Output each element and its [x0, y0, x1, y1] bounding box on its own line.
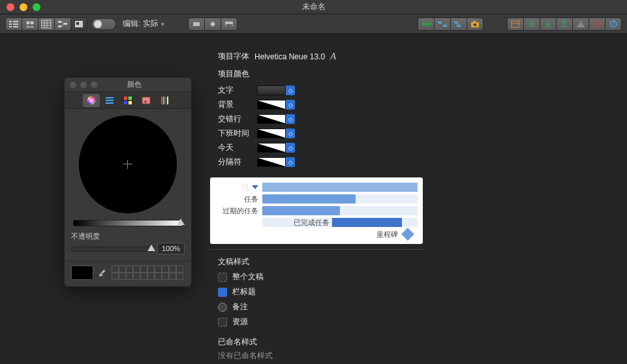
colorpicker-close-button[interactable]	[70, 82, 76, 88]
color-well[interactable]	[257, 114, 286, 124]
wheel-tab[interactable]	[83, 94, 100, 107]
edit-mode-dropdown[interactable]: 编辑: 实际	[123, 18, 164, 29]
color-wheel[interactable]	[79, 115, 177, 213]
color-stepper[interactable]: ◇	[286, 114, 295, 124]
inspector-button[interactable]: i	[605, 18, 622, 31]
swatch-grid[interactable]	[112, 265, 183, 280]
swatch-cell[interactable]	[162, 265, 169, 273]
catch-up-button[interactable]	[418, 18, 435, 31]
reschedule-button[interactable]	[434, 18, 451, 31]
no-named-styles-text: 没有已命名样式	[218, 350, 415, 361]
import-button[interactable]	[540, 18, 557, 31]
close-window-button[interactable]	[7, 3, 14, 11]
swatch-cell[interactable]	[176, 273, 183, 280]
view-options-button[interactable]	[523, 18, 540, 31]
view-network-button[interactable]	[54, 18, 71, 31]
opacity-slider[interactable]	[71, 247, 153, 252]
swatch-cell[interactable]	[147, 273, 155, 280]
swatch-cell[interactable]	[119, 265, 126, 273]
style-item-icon	[218, 303, 227, 312]
color-row-3: 下班时间◇	[218, 128, 415, 139]
color-stepper[interactable]: ◇	[286, 157, 295, 167]
document-styles-label: 文稿样式	[218, 256, 415, 267]
color-row-label: 交错行	[218, 114, 257, 125]
warnings-button[interactable]	[572, 18, 589, 31]
gantt-milestone-label: 里程碑	[376, 230, 398, 239]
swatch-cell[interactable]	[162, 273, 169, 280]
opacity-value[interactable]: 100%	[157, 243, 185, 254]
svg-rect-54	[142, 97, 150, 104]
snapshot-button[interactable]	[466, 18, 483, 31]
view-outline-button[interactable]	[5, 18, 22, 31]
font-picker-icon[interactable]: A	[330, 51, 336, 62]
color-row-label: 文字	[218, 85, 257, 96]
swatch-cell[interactable]	[140, 273, 147, 280]
svg-rect-21	[209, 21, 215, 26]
current-color-swatch[interactable]	[71, 265, 93, 280]
color-stepper[interactable]: ◇	[286, 100, 295, 110]
filter-button[interactable]	[507, 18, 524, 31]
style-item-icon	[218, 288, 227, 297]
swatch-cell[interactable]	[176, 265, 183, 273]
swatch-cell[interactable]	[133, 265, 140, 273]
colorpicker-zoom-button[interactable]	[91, 82, 97, 88]
view-styles-button[interactable]	[70, 18, 87, 31]
crosshair-icon	[123, 160, 132, 169]
swatch-cell[interactable]	[126, 265, 133, 273]
color-stepper[interactable]: ◇	[286, 85, 295, 95]
swatch-cell[interactable]	[155, 265, 162, 273]
opacity-knob[interactable]	[147, 245, 155, 251]
style-item-2[interactable]: 备注	[218, 301, 415, 312]
color-well[interactable]	[257, 85, 286, 95]
color-well[interactable]	[257, 157, 286, 167]
add-group-button[interactable]	[221, 18, 237, 31]
brightness-slider[interactable]	[73, 220, 183, 226]
swatch-cell[interactable]	[126, 273, 133, 280]
svg-rect-28	[443, 25, 447, 27]
opacity-label: 不透明度	[71, 232, 100, 241]
color-well[interactable]	[257, 129, 286, 138]
color-stepper[interactable]: ◇	[286, 143, 295, 153]
swatch-cell[interactable]	[112, 265, 119, 273]
style-item-label: 整个文稿	[232, 271, 264, 282]
palettes-tab[interactable]	[119, 94, 136, 107]
swatch-cell[interactable]	[155, 273, 162, 280]
sliders-tab[interactable]	[101, 94, 118, 107]
level-button[interactable]	[450, 18, 467, 31]
swatch-cell[interactable]	[169, 265, 176, 273]
eyedropper-icon[interactable]	[97, 267, 108, 278]
color-row-2: 交错行◇	[218, 114, 415, 125]
view-resources-button[interactable]	[22, 18, 38, 31]
image-tab[interactable]	[138, 94, 155, 107]
swatch-cell[interactable]	[133, 273, 140, 280]
add-milestone-button[interactable]	[204, 18, 221, 31]
baseline-toggle[interactable]	[91, 18, 116, 30]
swatch-cell[interactable]	[140, 265, 147, 273]
view-gantt-button[interactable]	[38, 18, 55, 31]
gantt-overdue-label: 过期的任务	[215, 206, 262, 216]
export-button[interactable]	[556, 18, 573, 31]
add-task-button[interactable]	[188, 18, 205, 31]
pencils-tab[interactable]	[156, 94, 173, 107]
swatch-cell[interactable]	[119, 273, 126, 280]
svg-point-42	[594, 21, 600, 27]
slider-knob[interactable]	[177, 219, 185, 225]
colorpicker-minimize-button[interactable]	[80, 82, 87, 88]
svg-rect-19	[76, 22, 79, 25]
named-styles-label: 已命名样式	[218, 337, 415, 348]
color-stepper[interactable]: ◇	[286, 129, 295, 138]
color-well[interactable]	[257, 100, 286, 110]
svg-point-7	[31, 21, 34, 24]
style-item-1[interactable]: 栏标题	[218, 286, 415, 297]
svg-rect-60	[101, 269, 105, 273]
zoom-window-button[interactable]	[33, 3, 40, 11]
style-item-3[interactable]: 资源	[218, 316, 415, 327]
swatch-cell[interactable]	[147, 265, 155, 273]
style-item-0[interactable]: 整个文稿	[218, 271, 415, 282]
color-row-label: 下班时间	[218, 128, 257, 139]
swatch-cell[interactable]	[112, 273, 119, 280]
color-well[interactable]	[257, 143, 286, 153]
minimize-window-button[interactable]	[20, 3, 27, 11]
record-button[interactable]	[589, 18, 605, 31]
swatch-cell[interactable]	[169, 273, 176, 280]
